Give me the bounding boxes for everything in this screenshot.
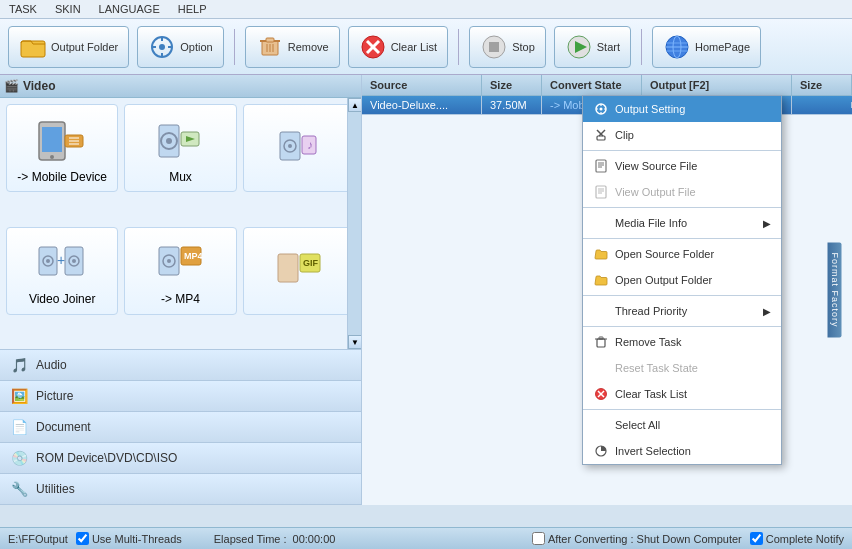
ctx-open-output[interactable]: Open Output Folder: [583, 267, 781, 293]
remove-icon: [256, 33, 284, 61]
svg-rect-76: [599, 337, 603, 339]
clear-task-icon: [593, 386, 609, 402]
ctx-sep6: [583, 409, 781, 410]
grid-container: -> Mobile Device Mux: [0, 98, 361, 349]
ctx-media-info[interactable]: Media File Info ▶: [583, 210, 781, 236]
svg-rect-9: [266, 38, 274, 42]
scroll-up-button[interactable]: ▲: [348, 98, 361, 112]
remove-button[interactable]: Remove: [245, 26, 340, 68]
homepage-label: HomePage: [695, 41, 750, 53]
option-button[interactable]: Option: [137, 26, 223, 68]
reset-task-icon: [593, 360, 609, 376]
toolbar-sep1: [234, 29, 235, 65]
ctx-invert[interactable]: Invert Selection: [583, 438, 781, 464]
menu-help[interactable]: HELP: [175, 2, 210, 16]
after-converting-checkbox[interactable]: After Converting : Shut Down Computer: [532, 532, 742, 545]
grid-item-mux[interactable]: Mux: [124, 104, 236, 192]
stop-button[interactable]: Stop: [469, 26, 546, 68]
ctx-clear-task[interactable]: Clear Task List: [583, 381, 781, 407]
status-right: After Converting : Shut Down Computer Co…: [532, 532, 844, 545]
after-converting-check[interactable]: [532, 532, 545, 545]
category-audio[interactable]: 🎵 Audio: [0, 350, 361, 381]
homepage-icon: [663, 33, 691, 61]
ctx-clip[interactable]: Clip: [583, 122, 781, 148]
right-panel: Source Size Convert State Output [F2] Si…: [362, 75, 852, 505]
scroll-down-button[interactable]: ▼: [348, 335, 361, 349]
grid-item-gif[interactable]: GIF: [243, 227, 355, 315]
svg-text:MP4: MP4: [184, 251, 203, 261]
output-folder-button[interactable]: Output Folder: [8, 26, 129, 68]
clip-icon: [593, 127, 609, 143]
mobile-device-label: -> Mobile Device: [17, 170, 107, 184]
start-icon: [565, 33, 593, 61]
clear-list-button[interactable]: Clear List: [348, 26, 448, 68]
ctx-sep2: [583, 207, 781, 208]
toolbar-sep2: [458, 29, 459, 65]
svg-point-34: [166, 138, 172, 144]
ctx-output-setting[interactable]: Output Setting: [583, 96, 781, 122]
mux-icon: [155, 117, 205, 170]
select-all-icon: [593, 417, 609, 433]
mp4-label: -> MP4: [161, 292, 200, 306]
menu-skin[interactable]: SKIN: [52, 2, 84, 16]
complete-notify-check[interactable]: [750, 532, 763, 545]
category-picture[interactable]: 🖼️ Picture: [0, 381, 361, 412]
homepage-button[interactable]: HomePage: [652, 26, 761, 68]
svg-point-39: [288, 144, 292, 148]
th-output: Output [F2]: [642, 75, 792, 95]
folder-icon: [19, 33, 47, 61]
ctx-clear-task-label: Clear Task List: [615, 388, 687, 400]
menu-language[interactable]: LANGUAGE: [96, 2, 163, 16]
ctx-select-all[interactable]: Select All: [583, 412, 781, 438]
utilities-category-label: Utilities: [36, 482, 75, 496]
svg-rect-65: [597, 136, 605, 140]
td-size2: [792, 102, 852, 108]
remove-task-icon: [593, 334, 609, 350]
clear-list-icon: [359, 33, 387, 61]
ctx-remove-task-label: Remove Task: [615, 336, 681, 348]
table-header: Source Size Convert State Output [F2] Si…: [362, 75, 852, 96]
svg-rect-66: [596, 160, 606, 172]
ctx-media-info-label: Media File Info: [615, 217, 687, 229]
document-category-icon: 📄: [10, 418, 28, 436]
svg-text:GIF: GIF: [303, 258, 319, 268]
grid-item-joiner[interactable]: + Video Joiner: [6, 227, 118, 315]
ctx-remove-task[interactable]: Remove Task: [583, 329, 781, 355]
toolbar: Output Folder Option Remove Clear List S…: [0, 19, 852, 75]
joiner-icon: +: [37, 239, 87, 292]
grid-item-audio[interactable]: ♪: [243, 104, 355, 192]
left-panel: 🎬 Video -> Mobile Device: [0, 75, 362, 505]
ctx-view-source[interactable]: View Source File: [583, 153, 781, 179]
th-size2: Size: [792, 75, 852, 95]
svg-point-48: [72, 259, 76, 263]
statusbar: E:\FFOutput Use Multi-Threads Elapsed Ti…: [0, 527, 852, 549]
multithreads-check[interactable]: [76, 532, 89, 545]
complete-notify-checkbox[interactable]: Complete Notify: [750, 532, 844, 545]
ctx-sep3: [583, 238, 781, 239]
audio-icon: ♪: [274, 124, 324, 177]
menu-task[interactable]: TASK: [6, 2, 40, 16]
grid-item-mp4[interactable]: MP4 -> MP4: [124, 227, 236, 315]
panel-header: 🎬 Video: [0, 75, 361, 98]
ctx-thread-priority[interactable]: Thread Priority ▶: [583, 298, 781, 324]
th-convert-state: Convert State: [542, 75, 642, 95]
svg-point-2: [159, 44, 165, 50]
ctx-select-all-label: Select All: [615, 419, 660, 431]
menubar: TASK SKIN LANGUAGE HELP: [0, 0, 852, 19]
svg-rect-74: [597, 339, 605, 347]
category-utilities[interactable]: 🔧 Utilities: [0, 474, 361, 505]
rom-category-label: ROM Device\DVD\CD\ISO: [36, 451, 177, 465]
ctx-view-output: View Output File: [583, 179, 781, 205]
ctx-open-output-label: Open Output Folder: [615, 274, 712, 286]
rom-category-icon: 💿: [10, 449, 28, 467]
media-info-icon: [593, 215, 609, 231]
category-rom[interactable]: 💿 ROM Device\DVD\CD\ISO: [0, 443, 361, 474]
start-button[interactable]: Start: [554, 26, 631, 68]
use-multithreads-checkbox[interactable]: Use Multi-Threads: [76, 532, 182, 545]
audio-category-icon: 🎵: [10, 356, 28, 374]
grid-item-mobile[interactable]: -> Mobile Device: [6, 104, 118, 192]
category-document[interactable]: 📄 Document: [0, 412, 361, 443]
picture-category-icon: 🖼️: [10, 387, 28, 405]
stop-icon: [480, 33, 508, 61]
ctx-open-source[interactable]: Open Source Folder: [583, 241, 781, 267]
